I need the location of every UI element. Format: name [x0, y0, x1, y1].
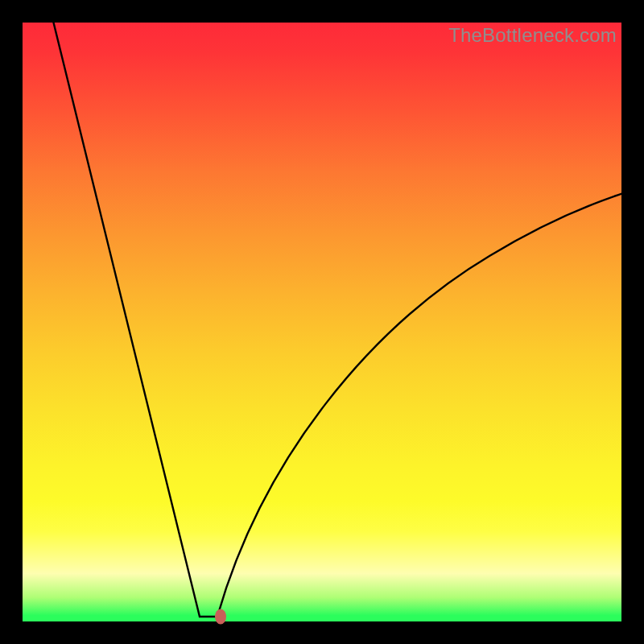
- chart-frame: TheBottleneck.com: [0, 0, 644, 644]
- curve-layer: [23, 23, 621, 621]
- bottleneck-curve: [53, 23, 621, 617]
- plot-area: TheBottleneck.com: [23, 23, 621, 621]
- optimal-point-marker: [215, 609, 226, 625]
